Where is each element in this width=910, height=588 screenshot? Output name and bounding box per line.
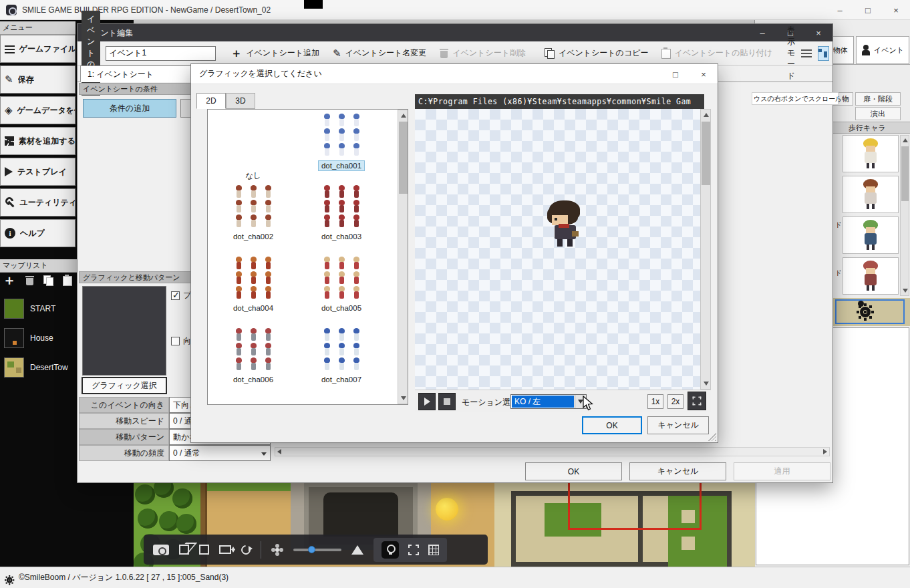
resize-grip[interactable] xyxy=(708,433,716,441)
graphic-item[interactable]: dot_cha007 xyxy=(297,328,386,396)
app-close-button[interactable]: × xyxy=(882,0,910,20)
graphic-item[interactable]: dot_cha004 xyxy=(209,257,297,325)
sidebar-item-save[interactable]: ✎ 保存 xyxy=(0,65,75,94)
tab-3d[interactable]: 3D xyxy=(226,93,255,109)
minimize-button[interactable]: – xyxy=(748,24,776,41)
tab-event[interactable]: イベント xyxy=(856,36,909,64)
app-minimize-button[interactable]: – xyxy=(826,0,854,20)
sprite-preview-area[interactable] xyxy=(415,109,700,390)
sidebar-item-gamefile[interactable]: ゲームファイル xyxy=(0,35,75,63)
sprite-thumbnail xyxy=(319,114,363,158)
sheet-tab[interactable]: 1: イベントシート xyxy=(80,65,192,82)
scroll-left-arrow[interactable] xyxy=(277,449,281,454)
sidebar-item-gamedata[interactable]: ◈ ゲームデータを作 xyxy=(0,96,75,124)
move-frequency-dropdown[interactable]: 0 / 通常 xyxy=(169,445,271,461)
graphic-cancel-button[interactable]: キャンセル xyxy=(647,416,709,434)
event-name-input[interactable] xyxy=(106,46,216,61)
scroll-up-arrow[interactable] xyxy=(704,113,709,117)
copy-map-button[interactable] xyxy=(43,275,53,285)
zoom-slider-thumb[interactable] xyxy=(308,546,315,553)
zoom-2x-button[interactable]: 2x xyxy=(667,394,684,409)
camera-icon[interactable] xyxy=(153,545,169,555)
map-viewport[interactable] xyxy=(134,483,755,567)
mountain-icon[interactable] xyxy=(351,545,363,555)
camera-bounds-outline xyxy=(568,483,702,530)
play-button[interactable] xyxy=(418,393,436,410)
category-effect[interactable]: 演出 xyxy=(855,107,901,120)
graphic-item[interactable]: dot_cha001 xyxy=(297,114,386,182)
preview-fullscreen-button[interactable] xyxy=(688,392,706,410)
stop-button[interactable] xyxy=(438,393,456,410)
graphic-item[interactable]: dot_cha002 xyxy=(209,185,297,253)
map-thumbnail xyxy=(4,357,24,378)
app-maximize-button[interactable]: □ xyxy=(854,0,882,20)
graphic-list-scrollbar[interactable] xyxy=(398,110,408,404)
walker-item[interactable] xyxy=(843,216,899,254)
maximize-button[interactable]: □ xyxy=(661,64,690,84)
scroll-thumb[interactable] xyxy=(901,146,909,201)
tab-2d[interactable]: 2D xyxy=(196,93,226,109)
scroll-down-arrow[interactable] xyxy=(704,382,709,386)
scroll-down-arrow[interactable] xyxy=(401,396,406,400)
rotate-icon[interactable] xyxy=(241,545,251,555)
paste-map-button[interactable] xyxy=(63,275,71,285)
graphic-window-titlebar[interactable]: グラフィックを選択してください □ × xyxy=(191,64,718,84)
paste-sheet-button[interactable]: イベントシートの貼り付け xyxy=(657,47,776,59)
delete-map-button[interactable] xyxy=(25,275,34,285)
scroll-thumb[interactable] xyxy=(399,122,408,194)
walker-item[interactable] xyxy=(843,135,899,172)
graphic-ok-button[interactable]: OK xyxy=(582,416,642,434)
add-map-button[interactable]: ＋ xyxy=(3,271,16,289)
zoom-1x-button[interactable]: 1x xyxy=(647,394,663,409)
walker-scrollbar[interactable] xyxy=(900,135,909,296)
motion-dropdown[interactable]: KO / 左 xyxy=(510,394,587,409)
grid-icon[interactable] xyxy=(428,545,439,555)
add-condition-button[interactable]: 条件の追加 xyxy=(83,99,176,118)
graphic-item-none[interactable]: なし xyxy=(209,114,297,182)
menu-header: メニュー xyxy=(0,21,75,35)
wrench-icon xyxy=(5,197,15,208)
graphic-item[interactable]: dot_cha006 xyxy=(209,328,297,396)
preview-vertical-scrollbar[interactable] xyxy=(700,109,711,390)
close-button[interactable]: × xyxy=(804,24,832,41)
sidebar-item-utility[interactable]: ユーティリティ xyxy=(0,188,75,216)
graphic-item[interactable]: dot_cha005 xyxy=(297,257,386,325)
scroll-down-arrow[interactable] xyxy=(903,289,908,293)
preview-checkbox[interactable] xyxy=(171,291,180,300)
direction-checkbox[interactable] xyxy=(171,337,180,345)
event-apply-button[interactable]: 適用 xyxy=(734,462,830,480)
screen-rotate-icon[interactable] xyxy=(219,545,231,554)
sidebar-item-testplay[interactable]: テストプレイ xyxy=(0,158,75,186)
delete-sheet-button[interactable]: イベントシート削除 xyxy=(436,47,530,59)
square-select-icon[interactable] xyxy=(199,545,209,555)
sidebar-item-help[interactable]: i ヘルプ xyxy=(0,219,75,247)
flower-icon[interactable] xyxy=(271,544,283,556)
cube-icon[interactable] xyxy=(179,545,189,555)
close-button[interactable]: × xyxy=(690,64,718,84)
scroll-up-arrow[interactable] xyxy=(903,138,908,142)
category-door-stairs[interactable]: 扉・階段 xyxy=(855,92,901,106)
walker-item[interactable] xyxy=(843,257,899,295)
sprite-thumbnail xyxy=(231,185,275,229)
info-icon: i xyxy=(5,228,15,239)
graphic-select-button[interactable]: グラフィック選択 xyxy=(82,377,167,394)
add-sheet-button[interactable]: ＋ イベントシート追加 xyxy=(226,45,323,61)
copy-sheet-button[interactable]: イベントシートのコピー xyxy=(541,47,653,59)
scroll-right-arrow[interactable] xyxy=(823,449,827,454)
graphic-item[interactable]: dot_cha003 xyxy=(297,185,386,253)
status-bar: ©SmileBoom / バージョン 1.0.6.22 [ 27 , 15 ]:… xyxy=(0,567,910,588)
scroll-thumb[interactable] xyxy=(702,122,710,185)
light-toggle-button[interactable] xyxy=(382,541,399,559)
fullscreen-icon[interactable] xyxy=(408,545,419,555)
event-ok-button[interactable]: OK xyxy=(525,462,622,480)
event-cancel-button[interactable]: キャンセル xyxy=(629,462,726,480)
list-view-button[interactable] xyxy=(800,46,812,61)
event-window-titlebar[interactable]: イベント編集 – □ × xyxy=(78,24,832,41)
tree-view-button[interactable] xyxy=(818,46,829,61)
walker-item[interactable] xyxy=(843,176,899,213)
zoom-slider[interactable] xyxy=(293,549,341,551)
rename-sheet-button[interactable]: ✎ イベントシート名変更 xyxy=(329,47,430,60)
sheet-horizontal-scrollbar[interactable] xyxy=(275,447,830,456)
scroll-up-arrow[interactable] xyxy=(401,114,406,118)
sidebar-item-add-material[interactable]: 素材を追加する xyxy=(0,127,75,155)
